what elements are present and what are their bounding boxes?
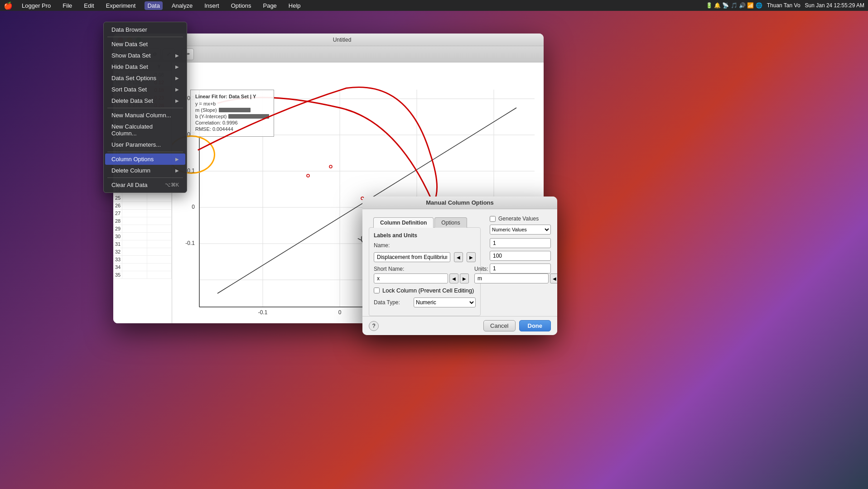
dd-new-data-set[interactable]: New Data Set bbox=[105, 38, 185, 50]
dd-new-calculated-column[interactable]: New Calculated Column... bbox=[105, 121, 185, 139]
data-type-row: Data Type: Numeric bbox=[374, 297, 476, 307]
menu-app-name[interactable]: Logger Pro bbox=[19, 1, 53, 10]
name-input[interactable] bbox=[374, 252, 450, 262]
cell-x[interactable] bbox=[122, 225, 147, 232]
table-row: 25 bbox=[113, 194, 172, 202]
dd-new-manual-column[interactable]: New Manual Column... bbox=[105, 110, 185, 121]
fit-equation: y = mx+b bbox=[195, 101, 216, 106]
menu-file[interactable]: File bbox=[60, 1, 75, 10]
dd-user-parameters[interactable]: User Parameters... bbox=[105, 139, 185, 150]
generate-start-input[interactable] bbox=[490, 238, 551, 248]
apple-icon[interactable]: 🍎 bbox=[4, 1, 13, 10]
dd-delete-data-set[interactable]: Delete Data Set ▶ bbox=[105, 95, 185, 106]
name-arrow-1[interactable]: ◀ bbox=[454, 252, 463, 262]
cell-y[interactable] bbox=[147, 210, 172, 217]
generate-values-row: Generate Values bbox=[490, 216, 551, 222]
short-name-arrow-1[interactable]: ◀ bbox=[449, 273, 458, 283]
cell-x[interactable] bbox=[122, 264, 147, 271]
cell-x[interactable] bbox=[122, 256, 147, 263]
menu-edit[interactable]: Edit bbox=[81, 1, 96, 10]
table-row: 28 bbox=[113, 217, 172, 225]
desktop: Untitled ▶ ⊕ ⊖ ⤢ ✏ bbox=[0, 11, 868, 489]
dd-hide-data-set[interactable]: Hide Data Set ▶ bbox=[105, 61, 185, 72]
cell-y[interactable] bbox=[147, 240, 172, 248]
cell-x[interactable] bbox=[122, 202, 147, 209]
cell-y[interactable] bbox=[147, 264, 172, 271]
cell-x[interactable] bbox=[122, 271, 147, 278]
name-label: Name: bbox=[374, 242, 410, 249]
name-arrow-2[interactable]: ▶ bbox=[467, 252, 476, 262]
fit-correlation: Correlation: 0.9996 bbox=[195, 120, 238, 125]
labels-and-units-title: Labels and Units bbox=[374, 232, 476, 239]
cell-y[interactable] bbox=[147, 225, 172, 232]
short-name-arrow-2[interactable]: ▶ bbox=[460, 273, 469, 283]
dd-data-set-options-label: Data Set Options bbox=[111, 75, 156, 82]
table-row: 27 bbox=[113, 210, 172, 217]
cell-y[interactable] bbox=[147, 202, 172, 209]
name-input-row: ◀ ▶ bbox=[374, 252, 476, 262]
help-button[interactable]: ? bbox=[369, 321, 379, 331]
dd-delete-data-set-arrow: ▶ bbox=[175, 98, 179, 103]
generate-type-select[interactable]: Numeric Values bbox=[490, 225, 551, 235]
short-name-input[interactable] bbox=[374, 273, 448, 283]
dd-sort-data-set[interactable]: Sort Data Set ▶ bbox=[105, 84, 185, 95]
cell-x[interactable] bbox=[122, 210, 147, 217]
units-arrow-1[interactable]: ◀ bbox=[550, 273, 557, 283]
cell-num: 28 bbox=[113, 217, 122, 225]
dd-data-browser-label: Data Browser bbox=[111, 26, 147, 33]
cell-x[interactable] bbox=[122, 248, 147, 255]
svg-text:0: 0 bbox=[192, 204, 195, 210]
dd-delete-column[interactable]: Delete Column ▶ bbox=[105, 165, 185, 176]
cell-y[interactable] bbox=[147, 233, 172, 240]
menu-page[interactable]: Page bbox=[260, 1, 279, 10]
dd-sort-data-set-arrow: ▶ bbox=[175, 87, 179, 92]
cell-x[interactable] bbox=[122, 240, 147, 248]
dd-show-data-set-label: Show Data Set bbox=[111, 52, 151, 59]
dd-data-browser[interactable]: Data Browser bbox=[105, 24, 185, 35]
done-button[interactable]: Done bbox=[519, 320, 551, 331]
tab-options[interactable]: Options bbox=[434, 217, 467, 228]
lock-column-checkbox[interactable] bbox=[374, 288, 380, 293]
tab-column-definition[interactable]: Column Definition bbox=[373, 217, 434, 228]
cell-x[interactable] bbox=[122, 233, 147, 240]
dd-sort-data-set-label: Sort Data Set bbox=[111, 86, 147, 93]
menu-data[interactable]: Data bbox=[145, 1, 162, 10]
data-type-select[interactable]: Numeric bbox=[414, 297, 476, 307]
cell-y[interactable] bbox=[147, 217, 172, 225]
cell-y[interactable] bbox=[147, 194, 172, 201]
cell-y[interactable] bbox=[147, 271, 172, 278]
dialog-title-bar: Manual Column Options bbox=[362, 197, 557, 209]
short-name-label: Short Name: bbox=[374, 266, 469, 272]
cell-num: 35 bbox=[113, 271, 122, 278]
cancel-button[interactable]: Cancel bbox=[483, 320, 515, 331]
menu-options[interactable]: Options bbox=[228, 1, 254, 10]
dd-clear-all-data-shortcut: ⌥⌘K bbox=[165, 182, 179, 188]
dd-show-data-set-arrow: ▶ bbox=[175, 53, 179, 58]
dd-delete-data-set-label: Delete Data Set bbox=[111, 97, 153, 104]
fit-box-title: Linear Fit for: Data Set | Y bbox=[195, 94, 269, 99]
generate-step-input[interactable] bbox=[490, 264, 551, 273]
menu-experiment[interactable]: Experiment bbox=[103, 1, 139, 10]
cell-x[interactable] bbox=[122, 217, 147, 225]
menu-analyze[interactable]: Analyze bbox=[169, 1, 195, 10]
table-row: 30 bbox=[113, 233, 172, 240]
svg-text:0: 0 bbox=[338, 309, 342, 316]
dd-show-data-set[interactable]: Show Data Set ▶ bbox=[105, 50, 185, 61]
dd-column-options[interactable]: Column Options ▶ bbox=[105, 153, 185, 165]
menu-insert[interactable]: Insert bbox=[202, 1, 222, 10]
dd-data-set-options[interactable]: Data Set Options ▶ bbox=[105, 72, 185, 84]
menu-help[interactable]: Help bbox=[286, 1, 304, 10]
fit-equation-row: y = mx+b bbox=[195, 101, 269, 106]
cell-y[interactable] bbox=[147, 248, 172, 255]
generate-values-checkbox[interactable] bbox=[490, 216, 496, 222]
menubar: 🍎 Logger Pro File Edit Experiment Data A… bbox=[0, 0, 868, 11]
dd-hide-data-set-label: Hide Data Set bbox=[111, 63, 148, 70]
fit-intercept-row: b (Y-Intercept) bbox=[195, 114, 269, 119]
cell-num: 26 bbox=[113, 202, 122, 209]
dd-clear-all-data[interactable]: Clear All Data ⌥⌘K bbox=[105, 179, 185, 191]
generate-end-input[interactable] bbox=[490, 251, 551, 261]
cell-x[interactable] bbox=[122, 194, 147, 201]
cell-y[interactable] bbox=[147, 256, 172, 263]
lock-column-label: Lock Column (Prevent Cell Editing) bbox=[382, 287, 474, 294]
window-title: Untitled bbox=[145, 37, 539, 43]
